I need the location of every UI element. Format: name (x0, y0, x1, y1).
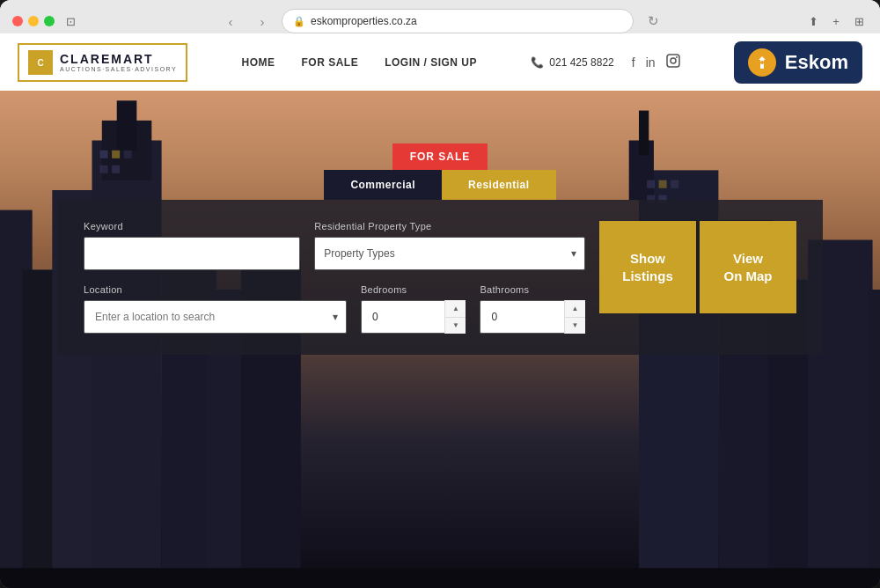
logo-text: CLAREMART AUCTIONS·SALES·ADVISORY (60, 52, 177, 72)
eskom-badge: Eskom (734, 41, 862, 84)
location-label: Location (84, 284, 347, 295)
property-type-select[interactable]: Property Types Apartment House Townhouse (314, 237, 585, 270)
location-input-wrapper (84, 300, 347, 334)
hero-section: FOR SALE Commercial Residential Keyword (0, 91, 880, 588)
instagram-icon[interactable] (666, 54, 680, 70)
property-tabs: Commercial Residential (324, 170, 555, 200)
bedrooms-spinners: ▲ ▼ (444, 300, 466, 334)
keyword-label: Keyword (84, 221, 300, 232)
svg-text:C: C (37, 58, 43, 68)
property-type-label: Residential Property Type (314, 221, 585, 232)
facebook-icon[interactable]: f (632, 55, 635, 70)
keyword-input[interactable] (84, 237, 300, 270)
phone-icon: 📞 (531, 56, 544, 69)
browser-actions: ⬆ + ⊞ (804, 12, 868, 30)
url-text: eskomproperties.co.za (311, 15, 417, 27)
for-sale-badge: FOR SALE (392, 143, 488, 170)
action-buttons: ShowListings ViewOn Map (599, 221, 796, 313)
browser-chrome: ⊡ ‹ › 🔒 eskomproperties.co.za ↻ ⬆ + ⊞ (0, 0, 880, 33)
bedrooms-input-wrapper: ▲ ▼ (361, 300, 466, 334)
svg-point-3 (671, 58, 676, 63)
lock-icon: 🔒 (293, 16, 305, 27)
location-input[interactable] (84, 300, 347, 334)
svg-point-4 (676, 56, 678, 58)
property-type-select-wrapper: Property Types Apartment House Townhouse (314, 237, 585, 270)
traffic-lights (12, 16, 55, 26)
logo-icon: C (28, 50, 53, 75)
search-form: Keyword Residential Property Type Proper… (57, 200, 823, 355)
linkedin-icon[interactable]: in (646, 55, 656, 70)
browser-nav: ‹ › 🔒 eskomproperties.co.za ↻ (86, 9, 797, 33)
address-bar[interactable]: 🔒 eskomproperties.co.za (282, 9, 634, 33)
nav-home[interactable]: HOME (242, 56, 275, 69)
logo-area: C CLAREMART AUCTIONS·SALES·ADVISORY (18, 43, 187, 82)
bathrooms-spinners: ▲ ▼ (564, 300, 585, 334)
keyword-group: Keyword (84, 221, 300, 270)
bedrooms-down[interactable]: ▼ (445, 318, 466, 334)
website-content: C CLAREMART AUCTIONS·SALES·ADVISORY HOME… (0, 33, 880, 588)
eskom-label: Eskom (785, 51, 848, 74)
nav-login[interactable]: LOGIN / SIGN UP (385, 56, 477, 69)
navbar: C CLAREMART AUCTIONS·SALES·ADVISORY HOME… (0, 33, 880, 91)
bathrooms-label: Bathrooms (480, 284, 585, 295)
tab-residential[interactable]: Residential (442, 170, 556, 200)
social-icons: f in (632, 54, 680, 70)
forward-button[interactable]: › (250, 9, 275, 33)
tab-commercial[interactable]: Commercial (324, 170, 442, 200)
location-group: Location (84, 284, 347, 334)
svg-rect-2 (667, 55, 679, 67)
logo-brand: CLAREMART (60, 52, 177, 66)
new-tab-icon[interactable]: + (827, 12, 845, 30)
eskom-logo-icon (748, 48, 776, 77)
refresh-button[interactable]: ↻ (641, 9, 665, 33)
property-type-group: Residential Property Type Property Types… (314, 221, 585, 270)
bathrooms-up[interactable]: ▲ (565, 300, 585, 318)
logo-sub: AUCTIONS·SALES·ADVISORY (60, 66, 177, 72)
share-icon[interactable]: ⬆ (804, 12, 822, 30)
bedrooms-group: Bedrooms ▲ ▼ (361, 284, 466, 334)
bedrooms-up[interactable]: ▲ (445, 300, 466, 318)
bedrooms-label: Bedrooms (361, 284, 466, 295)
show-listings-label: ShowListings (622, 250, 673, 284)
view-on-map-button[interactable]: ViewOn Map (700, 221, 796, 313)
tabs-icon[interactable]: ⊞ (850, 12, 868, 30)
show-listings-button[interactable]: ShowListings (599, 221, 696, 313)
maximize-button[interactable] (44, 16, 55, 26)
nav-center: 📞 021 425 8822 f in (531, 54, 679, 70)
minimize-button[interactable] (28, 16, 39, 26)
back-button[interactable]: ‹ (218, 9, 243, 33)
sidebar-toggle-icon[interactable]: ⊡ (62, 12, 79, 30)
svg-rect-39 (0, 568, 880, 588)
svg-point-6 (760, 61, 764, 64)
bathrooms-group: Bathrooms ▲ ▼ (480, 284, 585, 334)
phone-area: 📞 021 425 8822 (531, 56, 613, 69)
hero-content: FOR SALE Commercial Residential Keyword (0, 91, 880, 355)
phone-number: 021 425 8822 (549, 56, 613, 69)
bathrooms-down[interactable]: ▼ (565, 318, 585, 334)
view-on-map-label: ViewOn Map (724, 250, 773, 284)
nav-for-sale[interactable]: FOR SALE (302, 56, 359, 69)
nav-links: HOME FOR SALE LOGIN / SIGN UP (242, 56, 478, 69)
close-button[interactable] (12, 16, 23, 26)
bathrooms-input-wrapper: ▲ ▼ (480, 300, 585, 334)
